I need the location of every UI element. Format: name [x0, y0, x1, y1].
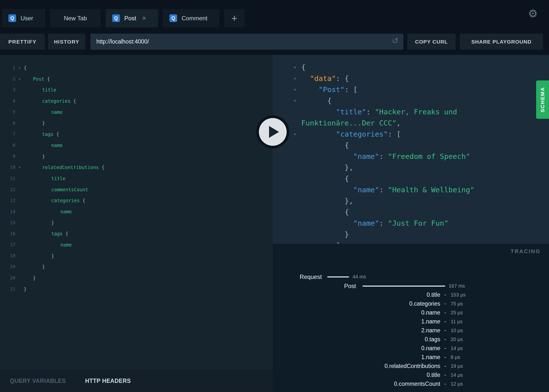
- editor-line: 1▾{: [0, 62, 273, 74]
- json-token: "Hacker, Freaks und Funktionäre...Der CC…: [301, 108, 461, 127]
- json-token: "name": [353, 219, 379, 227]
- query-badge-icon: Q: [8, 14, 16, 22]
- play-button-circle: [259, 118, 287, 146]
- span-duration-label: 167 ms: [449, 281, 465, 291]
- tab-comment[interactable]: QComment: [163, 9, 219, 27]
- fold-arrow-icon[interactable]: ▾: [294, 62, 296, 73]
- line-number: 17: [0, 239, 15, 250]
- resolver-path: 0.name: [273, 344, 440, 353]
- prettify-button[interactable]: PRETTIFY: [0, 34, 45, 50]
- fold-arrow-icon[interactable]: ▾: [294, 73, 296, 84]
- tab-bar: QUserNew TabQPost×QComment+ ⚙: [0, 0, 549, 34]
- query-badge-icon: Q: [169, 14, 177, 22]
- json-token: :: [379, 219, 388, 227]
- resolver-path: 0.relatedContributions: [273, 362, 440, 370]
- dash-icon: -: [440, 335, 450, 344]
- reload-schema-icon[interactable]: ↺: [392, 37, 398, 45]
- code-token: }: [24, 286, 27, 292]
- fold-arrow-icon: [15, 250, 24, 262]
- json-token: ,: [396, 119, 401, 127]
- query-variables-tab[interactable]: QUERY VARIABLES: [10, 378, 66, 384]
- fold-arrow-icon: [15, 217, 24, 228]
- fold-arrow-icon[interactable]: ▾: [15, 162, 24, 173]
- fold-arrow-icon[interactable]: ▾: [294, 129, 296, 140]
- code-text: name: [24, 239, 72, 250]
- code-token: name: [60, 242, 72, 247]
- json-token: "title": [336, 108, 366, 116]
- json-token: {: [345, 208, 349, 216]
- editor-line: 12commentsCount: [0, 184, 273, 195]
- line-number: 20: [0, 272, 15, 284]
- resolver-path: 0.name: [273, 308, 440, 317]
- json-token: {: [345, 174, 349, 183]
- response-line: ▾"categories": [: [273, 129, 529, 140]
- response-line: ],: [273, 240, 529, 244]
- json-token: {: [301, 63, 305, 72]
- query-badge-icon: Q: [112, 14, 120, 22]
- code-token: }: [42, 264, 45, 270]
- code-text: tags {: [24, 129, 59, 140]
- fold-arrow-icon: [15, 195, 24, 206]
- fold-arrow-icon[interactable]: ▾: [15, 62, 24, 74]
- fold-arrow-icon[interactable]: ▾: [294, 84, 296, 95]
- tracing-row: 1.name-11 μs: [273, 317, 549, 326]
- json-token: ],: [336, 241, 345, 244]
- tracing-row: 0.categories-75 μs: [273, 299, 549, 308]
- execute-query-button[interactable]: [256, 115, 289, 148]
- code-token: name: [51, 143, 63, 148]
- fold-arrow-icon[interactable]: ▾: [15, 74, 24, 85]
- share-playground-button[interactable]: SHARE PLAYGROUND: [460, 34, 543, 50]
- response-pane[interactable]: ▾{▾"data": {▾"Post": [▾{"title": "Hacker…: [273, 55, 549, 244]
- tracing-span: Request44 ms: [273, 272, 549, 281]
- code-token: {: [99, 165, 105, 170]
- editor-line: 11title: [0, 173, 273, 184]
- query-editor-pane: 1▾{2▾Post {3title4categories {5name6}7ta…: [0, 55, 273, 392]
- main-area: 1▾{2▾Post {3title4categories {5name6}7ta…: [0, 55, 549, 392]
- resolver-duration: 12 μs: [450, 379, 549, 388]
- code-token: relatedContributions: [42, 165, 99, 170]
- resolver-path: 0.tags: [273, 335, 440, 344]
- response-line: ▾{: [273, 95, 529, 106]
- code-token: tags: [51, 231, 63, 236]
- response-line: "name": "Health & Wellbeing": [273, 184, 529, 196]
- endpoint-input[interactable]: [90, 34, 403, 50]
- tab-label: New Tab: [64, 15, 87, 22]
- code-text: title: [24, 173, 65, 184]
- dash-icon: -: [440, 379, 450, 388]
- schema-tab[interactable]: SCHEMA: [536, 80, 549, 119]
- tab-label: User: [21, 15, 33, 22]
- settings-button[interactable]: ⚙: [525, 6, 541, 21]
- resolver-path: 1.name: [273, 353, 440, 362]
- span-label: Post: [273, 281, 356, 291]
- line-number: 21: [0, 284, 15, 295]
- add-tab-button[interactable]: +: [224, 9, 245, 27]
- tracing-title[interactable]: TRACING: [511, 248, 541, 255]
- tab-user[interactable]: QUser: [2, 9, 45, 27]
- code-text: Post {: [24, 74, 50, 85]
- json-token: "categories": [336, 130, 388, 138]
- line-number: 3: [0, 84, 15, 96]
- tracing-row: 2.name-10 μs: [273, 326, 549, 335]
- code-text: }: [24, 151, 45, 162]
- editor-line: 19}: [0, 261, 273, 272]
- editor-footer: QUERY VARIABLES HTTP HEADERS: [0, 370, 273, 392]
- tab-new-tab[interactable]: New Tab: [50, 9, 101, 27]
- copy-curl-button[interactable]: COPY CURL: [407, 34, 456, 50]
- query-editor[interactable]: 1▾{2▾Post {3title4categories {5name6}7ta…: [0, 62, 273, 294]
- close-tab-icon[interactable]: ×: [142, 15, 146, 22]
- json-token: "Health & Wellbeing": [388, 186, 474, 194]
- line-number: 18: [0, 250, 15, 262]
- http-headers-tab[interactable]: HTTP HEADERS: [85, 378, 131, 384]
- editor-line: 14name: [0, 206, 273, 217]
- editor-line: 21}: [0, 284, 273, 295]
- code-token: categories: [51, 198, 80, 203]
- toolbar: PRETTIFY HISTORY ↺ COPY CURL SHARE PLAYG…: [0, 34, 549, 55]
- code-token: Post: [33, 76, 44, 82]
- tabs-container: QUserNew TabQPost×QComment+: [2, 9, 245, 27]
- fold-arrow-icon[interactable]: ▾: [294, 95, 296, 106]
- resolver-duration: 153 μs: [450, 290, 549, 299]
- response-line: ▾{: [273, 62, 529, 73]
- line-number: 9: [0, 151, 15, 162]
- history-button[interactable]: HISTORY: [48, 34, 85, 50]
- tab-post[interactable]: QPost×: [106, 9, 158, 27]
